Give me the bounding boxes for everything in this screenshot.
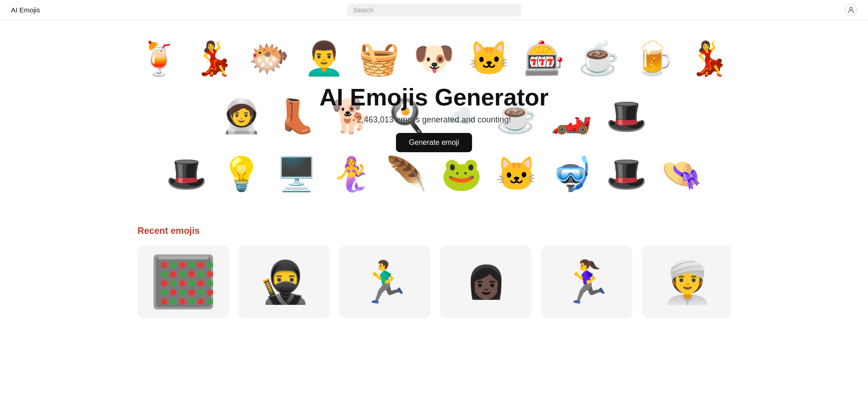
recent-item-1[interactable] <box>137 245 229 319</box>
emoji-mermaid[interactable]: 🧜‍♀️ <box>326 149 377 199</box>
emoji-espresso[interactable]: ☕ <box>491 91 542 141</box>
svg-point-11 <box>170 271 176 277</box>
emoji-computer[interactable]: 🖥️ <box>271 149 322 199</box>
recent-item-4[interactable]: 👩🏿 <box>440 245 532 319</box>
emoji-lightbulb[interactable]: 💡 <box>216 149 267 199</box>
recent-emojis-title: Recent emojis <box>137 226 731 236</box>
svg-point-22 <box>161 289 167 296</box>
emoji-fish[interactable]: 🐡 <box>244 33 294 83</box>
emoji-chubby-cat[interactable]: 🐱 <box>491 149 542 199</box>
emoji-astronaut[interactable]: 🧑‍🚀 <box>216 91 267 141</box>
user-avatar-icon[interactable] <box>845 4 857 16</box>
svg-rect-3 <box>158 256 209 259</box>
emoji-feather[interactable]: 🪶 <box>381 149 432 199</box>
recent-item-2[interactable]: 🥷 <box>238 245 330 319</box>
emoji-hat1[interactable]: 🎩 <box>161 149 212 199</box>
search-wrap <box>347 4 521 17</box>
svg-point-8 <box>198 262 204 268</box>
svg-point-9 <box>207 262 213 268</box>
emoji-gentleman[interactable]: 🎩 <box>601 91 652 141</box>
emoji-row-3: 🎩 💡 🖥️ 🧜‍♀️ 🪶 🐸 🐱 🤿 🎩 👒 <box>0 145 868 203</box>
emoji-claw-machine[interactable]: 🎰 <box>519 33 569 83</box>
app-logo: AI Emojis <box>11 6 40 14</box>
emoji-boot[interactable]: 👢 <box>271 91 322 141</box>
svg-point-5 <box>170 262 176 268</box>
svg-point-27 <box>207 289 213 296</box>
svg-point-18 <box>179 280 186 287</box>
svg-point-7 <box>188 262 195 268</box>
emoji-basket[interactable]: 🧺 <box>354 33 404 83</box>
svg-point-24 <box>179 289 186 296</box>
svg-point-4 <box>161 262 167 268</box>
emoji-background: 🍹 💃 🐡 👨‍🦱 🧺 🐶 🐱 🎰 ☕ 🍺 💃 🧑‍🚀 👢 🐕 🍳 ☁️ ☕ 🏎… <box>0 20 868 216</box>
emoji-row-1: 🍹 💃 🐡 👨‍🦱 🧺 🐶 🐱 🎰 ☕ 🍺 💃 <box>0 29 868 87</box>
emoji-bob[interactable]: 👨‍🦱 <box>299 33 349 83</box>
svg-point-21 <box>207 280 213 287</box>
recent-item-5[interactable]: 🏃‍♀️ <box>541 245 632 319</box>
recent-item-6[interactable]: 👳‍♀️ <box>642 245 731 319</box>
emoji-cat-hat[interactable]: 🐱 <box>464 33 514 83</box>
svg-point-30 <box>179 298 186 305</box>
svg-point-32 <box>198 298 204 305</box>
svg-point-23 <box>170 289 176 296</box>
main-content: 🍹 💃 🐡 👨‍🦱 🧺 🐶 🐱 🎰 ☕ 🍺 💃 🧑‍🚀 👢 🐕 🍳 ☁️ ☕ 🏎… <box>0 0 868 337</box>
emoji-lemonade[interactable]: 🍺 <box>629 33 679 83</box>
emoji-dog2[interactable]: 🐕 <box>326 91 377 141</box>
emoji-blue-hat[interactable]: 🎩 <box>601 149 652 199</box>
svg-point-14 <box>198 271 204 277</box>
emoji-soldier-frog[interactable]: 🐸 <box>436 149 487 199</box>
svg-point-20 <box>198 280 204 287</box>
svg-point-19 <box>188 280 195 287</box>
svg-point-0 <box>850 7 852 10</box>
svg-point-12 <box>179 271 186 277</box>
emoji-diver[interactable]: 🤿 <box>546 149 597 199</box>
recent-emojis-section: Recent emojis <box>0 216 868 337</box>
svg-point-33 <box>207 298 213 305</box>
svg-point-17 <box>170 280 176 287</box>
svg-point-31 <box>188 298 195 305</box>
svg-point-13 <box>188 271 195 277</box>
svg-point-10 <box>161 271 167 277</box>
generate-emoji-button[interactable]: Generate emoji <box>396 133 472 152</box>
emoji-straw-hat[interactable]: 👒 <box>656 149 707 199</box>
emoji-ballerina[interactable]: 💃 <box>189 33 239 83</box>
svg-point-15 <box>207 271 213 277</box>
search-input[interactable] <box>347 4 521 17</box>
emoji-f1[interactable]: 🏎️ <box>546 91 597 141</box>
recent-item-3[interactable]: 🏃‍♂️ <box>339 245 431 319</box>
emoji-drink[interactable]: 🍹 <box>134 33 184 83</box>
svg-point-28 <box>161 298 167 305</box>
emoji-coffee[interactable]: ☕ <box>574 33 624 83</box>
svg-point-26 <box>198 289 204 296</box>
emoji-dog[interactable]: 🐶 <box>409 33 459 83</box>
svg-point-29 <box>170 298 176 305</box>
svg-point-16 <box>161 280 167 287</box>
recent-emojis-grid: 🥷 🏃‍♂️ 👩🏿 🏃‍♀️ 👳‍♀️ <box>137 245 731 319</box>
svg-point-25 <box>188 289 195 296</box>
svg-point-6 <box>179 262 186 268</box>
emoji-ballerina2[interactable]: 💃 <box>684 33 734 83</box>
